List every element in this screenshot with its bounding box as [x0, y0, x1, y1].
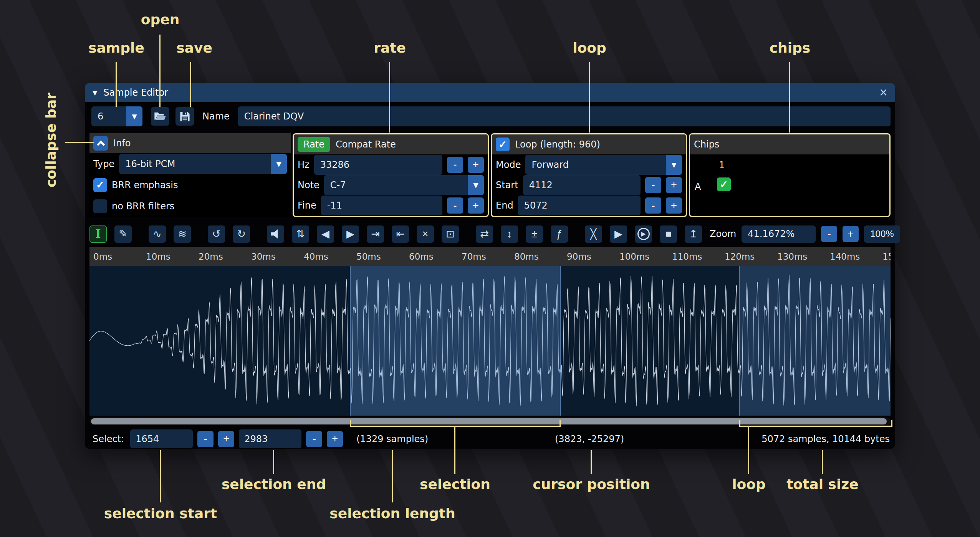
chip-a-checkbox[interactable]: ✓: [717, 177, 731, 191]
fine-minus-button[interactable]: -: [447, 197, 463, 214]
preview-loop-button[interactable]: ▶: [635, 225, 652, 243]
reverse-button[interactable]: ⇄: [476, 225, 493, 243]
volume-button[interactable]: [267, 225, 284, 243]
dropdown-arrow-icon[interactable]: ▼: [666, 155, 682, 175]
normalize-button[interactable]: ⇅: [292, 225, 309, 243]
timeline-ruler[interactable]: 0ms10ms20ms30ms40ms50ms60ms70ms80ms90ms1…: [89, 247, 891, 266]
zoom-out-button[interactable]: -: [821, 226, 837, 242]
hz-minus-button[interactable]: -: [447, 157, 463, 173]
annotation-chips: chips: [770, 40, 811, 56]
fine-input[interactable]: -11: [321, 196, 442, 215]
selection-start-plus-button[interactable]: +: [218, 431, 234, 447]
upload-button[interactable]: ↥: [685, 225, 702, 243]
draw-tool-button[interactable]: ✎: [114, 225, 132, 243]
resize-button[interactable]: ∿: [149, 225, 166, 243]
loop-enable-checkbox[interactable]: ✓: [496, 138, 510, 151]
fade-in-button[interactable]: ▶: [342, 225, 359, 243]
no-brr-filters-checkbox[interactable]: [93, 199, 107, 213]
annotation-loop-region: loop: [732, 476, 766, 492]
cursor-position-text: (3823, -25297): [555, 434, 624, 444]
loop-end-input[interactable]: 5072: [518, 196, 641, 215]
preview-loop-icon: ▶: [637, 228, 650, 240]
save-button[interactable]: [175, 107, 194, 126]
hz-input[interactable]: 33286: [314, 155, 442, 175]
sample-number-select[interactable]: 6 ▼: [91, 106, 142, 126]
selection-end-plus-button[interactable]: +: [327, 431, 343, 447]
chip-row-label: A: [695, 181, 701, 192]
loop-mode-row: Mode Forward ▼: [492, 154, 686, 175]
open-folder-icon: [154, 111, 166, 122]
draw-tool-icon: ✎: [119, 229, 127, 239]
dropdown-arrow-icon[interactable]: ▼: [271, 154, 287, 174]
selection-start-input[interactable]: 1654: [130, 429, 193, 448]
fade-in-icon: ▶: [346, 229, 354, 239]
insert-silence-button[interactable]: ⇥: [367, 225, 384, 243]
annotation-line: [822, 450, 823, 474]
filter-button[interactable]: ƒ: [551, 225, 568, 243]
invert-button[interactable]: ↕: [501, 225, 518, 243]
sample-editor-window: ▼ Sample Editor × 6 ▼: [85, 83, 895, 449]
dropdown-arrow-icon[interactable]: ▼: [468, 175, 484, 195]
sample-toolbar: I ✎ ∿ ≋ ↺ ↻ ⇅ ◀ ▶ ⇥ ⇤ × ⊡ ⇄ ↕ ± ƒ ╳ ▶ ▶: [89, 224, 891, 244]
ruler-tick: 90ms: [567, 252, 591, 262]
selection-start-minus-button[interactable]: -: [197, 431, 214, 447]
brr-emphasis-checkbox[interactable]: ✓: [93, 178, 107, 192]
selection-end-input[interactable]: 2983: [239, 429, 301, 448]
delete-button[interactable]: ×: [417, 225, 434, 243]
selection-end-minus-button[interactable]: -: [306, 431, 322, 447]
stop-button[interactable]: ■: [660, 225, 677, 243]
fine-value: -11: [327, 200, 342, 211]
redo-button[interactable]: ↻: [233, 225, 250, 243]
zoom-in-button[interactable]: +: [843, 226, 859, 242]
chips-panel-body: 1 A ✓: [690, 154, 889, 216]
name-input[interactable]: Clarinet DQV: [238, 106, 891, 126]
fade-out-button[interactable]: ◀: [317, 225, 334, 243]
loop-end-plus-button[interactable]: +: [666, 197, 682, 214]
fine-plus-button[interactable]: +: [468, 197, 484, 214]
loop-start-minus-button[interactable]: -: [645, 177, 661, 193]
zoom-input[interactable]: 41.1672%: [742, 225, 816, 243]
type-select[interactable]: 16-bit PCM ▼: [119, 154, 287, 174]
zoom-reset-button[interactable]: 100%: [864, 225, 900, 243]
waveform-svg: [89, 266, 891, 416]
ruler-tick: 120ms: [725, 252, 755, 262]
window-collapse-caret-icon[interactable]: ▼: [93, 89, 97, 96]
collapse-button[interactable]: [93, 136, 108, 151]
window-title: Sample Editor: [103, 87, 168, 98]
loop-mode-label: Mode: [496, 159, 521, 170]
resample-button[interactable]: ≋: [174, 225, 191, 243]
note-select[interactable]: C-7 ▼: [324, 175, 484, 195]
loop-start-plus-button[interactable]: +: [666, 177, 682, 193]
status-row: Select: 1654 - + 2983 - + (1329 samples)…: [89, 429, 891, 448]
waveform-display[interactable]: [89, 266, 891, 416]
rate-panel-title: Compat Rate: [336, 139, 396, 150]
select-tool-button[interactable]: I: [89, 225, 107, 243]
hz-plus-button[interactable]: +: [468, 157, 484, 173]
close-icon[interactable]: ×: [879, 86, 887, 99]
annotation-selection-length: selection length: [329, 506, 455, 521]
fine-row: Fine -11 - +: [294, 196, 488, 216]
loop-end-row: End 5072 - +: [492, 196, 686, 216]
loop-start-input[interactable]: 4112: [523, 175, 641, 195]
apply-silence-button[interactable]: ⇤: [392, 225, 409, 243]
open-button[interactable]: [151, 107, 169, 126]
crossfade-button[interactable]: ╳: [585, 225, 602, 243]
info-panel-title: Info: [113, 138, 131, 149]
window-titlebar[interactable]: ▼ Sample Editor ×: [85, 83, 895, 102]
loop-start-row: Start 4112 - +: [492, 175, 686, 195]
info-panel-header: Info: [89, 133, 291, 153]
select-label: Select:: [93, 434, 124, 444]
loop-end-minus-button[interactable]: -: [645, 197, 661, 214]
undo-button[interactable]: ↺: [208, 225, 225, 243]
sign-invert-button[interactable]: ±: [526, 225, 543, 243]
loop-panel: ✓ Loop (length: 960) Mode Forward ▼ Star…: [491, 133, 687, 217]
trim-button[interactable]: ⊡: [442, 225, 459, 243]
annotation-open: open: [141, 12, 180, 27]
loop-mode-select[interactable]: Forward ▼: [525, 155, 682, 175]
dropdown-arrow-icon[interactable]: ▼: [126, 106, 142, 126]
annotation-rate: rate: [374, 40, 406, 56]
waveform-scrollbar[interactable]: [89, 418, 891, 425]
preview-button[interactable]: ▶: [610, 225, 627, 243]
info-panel: Info Type 16-bit PCM ▼ ✓ BRR emphasis: [89, 133, 291, 217]
scrollbar-thumb[interactable]: [91, 418, 887, 424]
